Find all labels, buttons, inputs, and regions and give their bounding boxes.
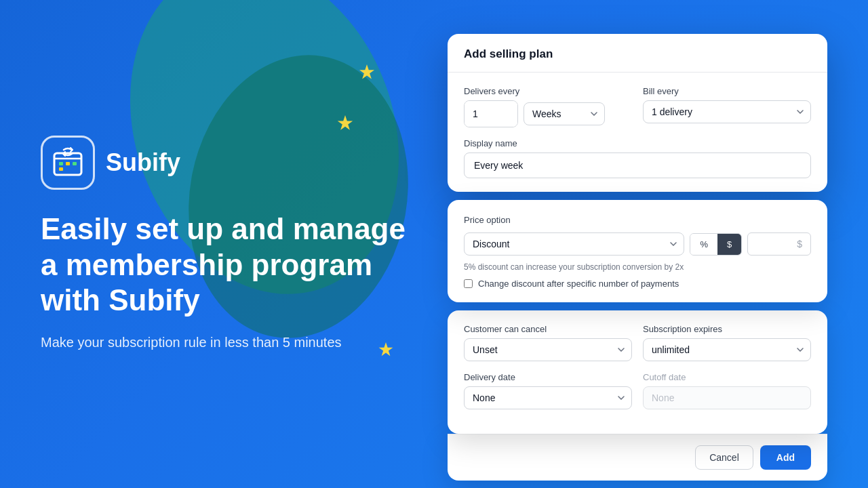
modal-title: Add selling plan — [464, 47, 553, 60]
delivery-billing-row: Delivers every ▲ ▼ Weeks Days M — [464, 86, 811, 127]
modal-header: Add selling plan — [448, 34, 827, 73]
delivery-cutoff-row: Delivery date None 1 2 Cutoff date None — [464, 372, 811, 409]
cutoff-date-select: None — [643, 386, 811, 409]
modal-footer: Cancel Add — [448, 434, 827, 481]
dollar-sign: $ — [797, 239, 802, 249]
cancel-button[interactable]: Cancel — [695, 445, 753, 470]
subheadline: Make your subscription rule in less than… — [41, 332, 420, 352]
delivers-every-spinner[interactable]: ▲ ▼ — [464, 100, 518, 127]
price-option-card: Price option Discount Fixed price None %… — [448, 200, 827, 302]
price-option-row: Discount Fixed price None % $ $ — [464, 232, 811, 256]
delivers-every-label: Delivers every — [464, 86, 632, 96]
delivery-date-select[interactable]: None 1 2 — [464, 386, 632, 409]
delivers-every-group: Delivers every ▲ ▼ Weeks Days M — [464, 86, 632, 127]
svg-rect-2 — [59, 162, 63, 165]
left-panel: Subify Easily set up and manage a member… — [41, 0, 420, 488]
percent-dollar-toggle[interactable]: % $ — [690, 233, 742, 256]
cutoff-date-group: Cutoff date None — [643, 372, 811, 409]
price-option-label: Price option — [464, 215, 511, 225]
modal-body: Delivers every ▲ ▼ Weeks Days M — [448, 73, 827, 192]
display-name-input[interactable] — [464, 152, 811, 178]
discount-hint: 5% discount can increase your subscripti… — [464, 262, 811, 272]
bill-every-select[interactable]: 1 delivery 2 deliveries 3 deliveries — [643, 100, 811, 123]
delivery-date-group: Delivery date None 1 2 — [464, 372, 632, 409]
delivers-every-unit-select[interactable]: Weeks Days Months Years — [524, 102, 605, 125]
dollar-toggle-btn[interactable]: $ — [717, 234, 741, 255]
change-discount-checkbox[interactable] — [464, 279, 473, 288]
change-discount-row: Change discount after specific number of… — [464, 279, 811, 289]
add-selling-plan-card: Add selling plan Delivers every ▲ ▼ — [448, 34, 827, 192]
customer-cancel-label: Customer can cancel — [464, 324, 632, 334]
change-discount-label[interactable]: Change discount after specific number of… — [478, 279, 679, 289]
logo-icon — [41, 136, 95, 190]
subscription-expires-select[interactable]: unlimited After 1 payment After 6 months — [643, 338, 811, 361]
subscription-expires-group: Subscription expires unlimited After 1 p… — [643, 324, 811, 361]
discount-value-input-wrap: $ — [747, 232, 811, 256]
cancel-expires-row: Customer can cancel Unset Never After 1 … — [464, 324, 811, 361]
svg-rect-5 — [59, 167, 63, 171]
subscription-expires-label: Subscription expires — [643, 324, 811, 334]
discount-value-input[interactable] — [756, 239, 797, 249]
customer-cancel-group: Customer can cancel Unset Never After 1 … — [464, 324, 632, 361]
headline: Easily set up and manage a membership pr… — [41, 211, 420, 319]
price-option-select-wrap: Discount Fixed price None — [464, 232, 684, 256]
cutoff-date-label: Cutoff date — [643, 372, 811, 382]
svg-rect-3 — [66, 162, 70, 165]
display-name-group: Display name — [464, 138, 811, 178]
price-option-select[interactable]: Discount Fixed price None — [464, 232, 684, 256]
delivery-date-label: Delivery date — [464, 372, 632, 382]
add-button[interactable]: Add — [760, 445, 811, 470]
schedule-card: Customer can cancel Unset Never After 1 … — [448, 310, 827, 434]
percent-toggle-btn[interactable]: % — [690, 234, 717, 255]
customer-cancel-select[interactable]: Unset Never After 1 payment — [464, 338, 632, 361]
logo-name: Subify — [106, 148, 180, 177]
logo-area: Subify — [41, 136, 420, 190]
display-name-label: Display name — [464, 138, 811, 148]
modal-area: Add selling plan Delivers every ▲ ▼ — [448, 34, 827, 481]
delivers-every-input[interactable] — [465, 101, 518, 127]
bill-every-label: Bill every — [643, 86, 811, 96]
svg-rect-4 — [73, 162, 77, 165]
bill-every-group: Bill every 1 delivery 2 deliveries 3 del… — [643, 86, 811, 127]
